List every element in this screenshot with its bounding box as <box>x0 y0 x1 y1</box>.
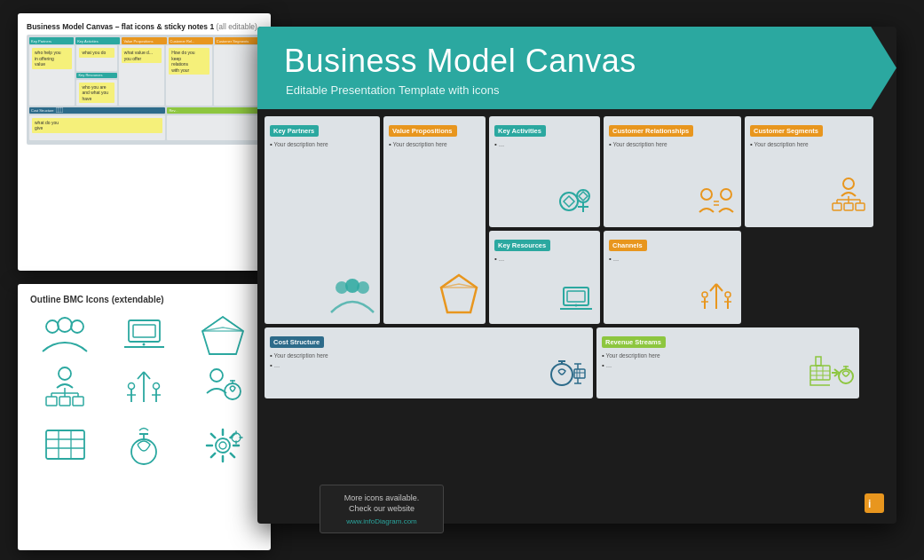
mini-key-partners-header: Key Partners <box>29 37 74 44</box>
svg-point-41 <box>58 318 72 332</box>
icon-diamond <box>188 313 258 358</box>
key-partners-desc: • Your description here <box>270 139 375 149</box>
svg-point-42 <box>71 320 83 333</box>
revenue-streams-cell: Revenue Streams • Your description here … <box>596 327 859 398</box>
tooltip-line1: More icons available. <box>329 493 434 504</box>
mini-ka-cell: what you do <box>76 45 116 71</box>
mini-cs-cell <box>214 45 259 106</box>
mini-sticky-3: who you areand what youhave <box>79 83 114 104</box>
svg-point-2 <box>357 281 369 294</box>
svg-point-69 <box>131 439 156 464</box>
svg-point-49 <box>59 367 71 380</box>
customer-relationships-cell: Customer Relationships • Your descriptio… <box>604 116 741 227</box>
icon-grid <box>30 313 258 468</box>
cost-structure-desc: • Your description here • … <box>270 351 588 370</box>
svg-rect-51 <box>59 397 70 406</box>
value-propositions-header: Value Propositions <box>389 125 457 137</box>
svg-point-58 <box>129 383 135 390</box>
mini-sticky-6: what do yougive <box>32 118 162 133</box>
mini-kr-cell: who you areand what youhave <box>76 80 116 106</box>
key-resources-desc: • … <box>494 254 595 264</box>
svg-rect-50 <box>46 397 57 406</box>
key-resources-cell: Key Resources • … <box>489 231 600 324</box>
mini-cost-header: Cost Structure <box>29 107 165 114</box>
svg-point-10 <box>843 178 854 189</box>
svg-point-9 <box>721 189 731 200</box>
key-activities-header: Key Activities <box>494 125 546 137</box>
mini-rev-cell <box>167 115 259 140</box>
slide-subtitle: Editable Presentation Template with icon… <box>284 83 870 97</box>
svg-marker-47 <box>202 317 243 331</box>
mini-ka-kr: what you do Key Resources who you areand… <box>76 45 116 106</box>
white-slide-title: Business Model Canvas – flat icons & sti… <box>27 22 262 31</box>
key-partners-header: Key Partners <box>270 125 319 137</box>
customer-relationships-desc: • Your description here <box>609 139 736 149</box>
svg-rect-13 <box>856 203 865 210</box>
svg-rect-29 <box>810 366 830 380</box>
icon-money-bag <box>109 422 179 468</box>
mini-sticky-5: How do youkeeprelationswith your <box>169 48 209 75</box>
customer-segments-header: Customer Segments <box>750 125 823 137</box>
value-propositions-icon <box>437 272 481 319</box>
mini-key-activities-header: Key Activities <box>75 37 120 44</box>
mini-kr-header: Key Resources <box>76 73 116 78</box>
white-slide-preview: Business Model Canvas – flat icons & sti… <box>18 13 271 271</box>
svg-rect-64 <box>46 430 84 459</box>
icon-org-person <box>30 367 100 413</box>
mini-sticky-4: what value d...you offer <box>122 48 162 63</box>
svg-point-22 <box>702 292 707 297</box>
cost-structure-header: Cost Structure <box>270 336 324 348</box>
customer-relationships-header: Customer Relationships <box>609 125 693 137</box>
canvas-bottom-row: Cost Structure • Your description here •… <box>257 327 896 402</box>
value-propositions-cell: Value Propositions • Your description he… <box>383 116 486 324</box>
svg-point-23 <box>725 292 731 297</box>
key-activities-cell: Key Activities • … <box>489 116 600 227</box>
mini-cust-rel-header: Customer Rel... <box>169 37 213 44</box>
key-resources-icon <box>557 284 596 319</box>
mini-cust-seg-header: Customer Segments <box>215 37 259 44</box>
revenue-streams-header: Revenue Streams <box>602 336 666 348</box>
cost-structure-cell: Cost Structure • Your description here •… <box>265 327 593 398</box>
outline-slide: Outline BMC Icons (extendable) <box>18 284 271 550</box>
svg-point-45 <box>143 343 146 345</box>
tooltip-link: www.infoDiagram.com <box>329 517 434 525</box>
main-presentation-slide: Business Model Canvas Editable Presentat… <box>257 27 896 524</box>
svg-point-21 <box>575 304 578 307</box>
mini-cost-cell: what do yougive <box>29 115 165 140</box>
svg-point-59 <box>154 383 160 390</box>
svg-rect-37 <box>56 107 63 113</box>
key-partners-cell: Key Partners • Your description here <box>265 116 380 324</box>
tooltip-box: More icons available. Check our website … <box>320 485 444 533</box>
svg-point-70 <box>216 438 230 453</box>
value-propositions-desc: • Your description here <box>389 139 480 149</box>
mini-vp-cell: what value d...you offer <box>119 45 164 106</box>
channels-cell: Channels • … <box>604 231 741 324</box>
mini-sticky-2: what you do <box>79 48 114 58</box>
logo-badge: i <box>865 493 884 513</box>
icon-grid-table <box>30 422 100 468</box>
mini-cr-cell: How do youkeeprelationswith your <box>166 45 211 106</box>
mini-kp-cell: who help youin offeringvalue <box>29 45 75 106</box>
cost-structure-icon <box>544 353 588 394</box>
mini-canvas: Key Partners Key Activities Value Propos… <box>27 35 262 145</box>
svg-point-8 <box>701 189 712 200</box>
svg-rect-12 <box>844 203 853 210</box>
customer-segments-cell: Customer Segments • Your description her… <box>745 116 873 227</box>
key-activities-desc: • … <box>494 139 595 149</box>
svg-rect-20 <box>567 291 585 302</box>
mini-sticky-1: who help youin offeringvalue <box>32 48 72 69</box>
customer-segments-desc: • Your description here <box>750 139 868 149</box>
revenue-streams-icon <box>807 353 855 394</box>
svg-rect-44 <box>133 325 155 337</box>
key-partners-icon <box>329 277 375 319</box>
customer-segments-icon <box>828 177 869 223</box>
svg-rect-52 <box>73 397 83 406</box>
svg-point-71 <box>219 442 226 449</box>
icon-people-group <box>30 313 100 358</box>
icon-people-money <box>188 367 258 413</box>
title-banner: Business Model Canvas Editable Presentat… <box>257 27 896 109</box>
svg-point-62 <box>210 369 223 382</box>
customer-relationships-icon <box>696 185 737 223</box>
tooltip-line2: Check our website <box>329 503 434 515</box>
channels-header: Channels <box>609 240 647 251</box>
